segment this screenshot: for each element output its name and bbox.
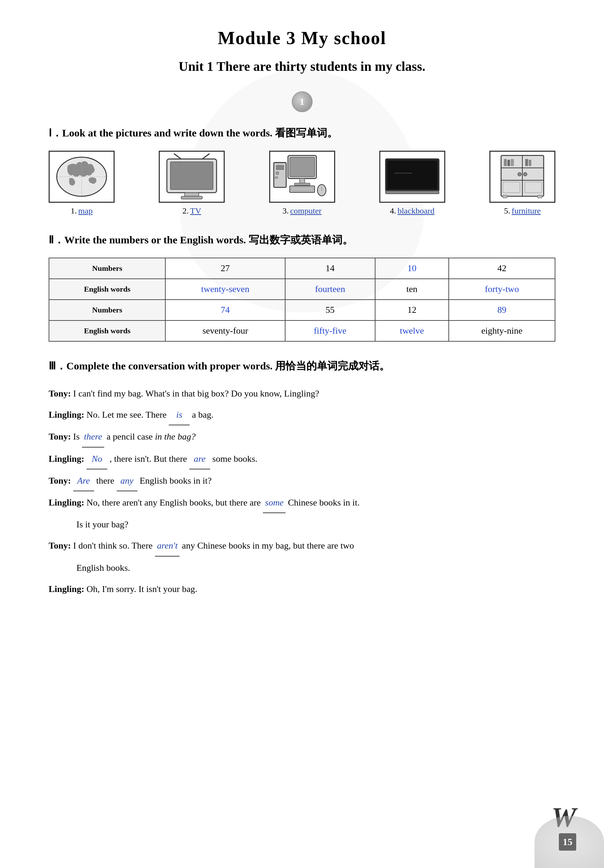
picture-label-4: 4. blackboard <box>390 206 435 215</box>
conv-line-4: Lingling: No , there isn't. But there ar… <box>49 449 555 470</box>
svg-rect-25 <box>387 161 437 189</box>
svg-line-8 <box>202 154 210 159</box>
speaker-lingling-1: Lingling: <box>49 410 84 420</box>
page: Module 3 My school Unit 1 There are thir… <box>0 0 604 868</box>
table-cell-label: English words <box>49 279 165 300</box>
section-iii: Ⅲ．Complete the conversation with proper … <box>49 359 555 599</box>
speaker-lingling-3: Lingling: <box>49 498 84 508</box>
svg-rect-19 <box>275 177 278 178</box>
table-cell: 12 <box>375 300 449 321</box>
picture-item-2: 2. TV <box>159 151 225 215</box>
answer-some: some <box>263 493 286 513</box>
conv-line-9: English books. <box>76 558 555 578</box>
module-title: Module 3 My school <box>49 28 555 48</box>
speaker-lingling-4: Lingling: <box>49 584 84 594</box>
picture-item-4: 4. blackboard <box>379 151 445 215</box>
conv-line-10: Lingling: Oh, I'm sorry. It isn't your b… <box>49 579 555 599</box>
svg-rect-10 <box>181 196 202 199</box>
conv-text: Is <box>73 432 82 442</box>
pictures-row: 1. map <box>49 151 555 215</box>
picture-label-1: 1. map <box>70 206 92 215</box>
answer-no: No <box>87 449 107 470</box>
table-cell: 10 <box>375 258 449 279</box>
svg-point-18 <box>276 172 279 175</box>
picture-label-3: 3. computer <box>283 206 321 215</box>
computer-icon <box>270 152 334 202</box>
svg-rect-17 <box>276 165 283 169</box>
table-cell: twenty-seven <box>165 279 285 300</box>
svg-rect-14 <box>300 178 304 183</box>
svg-rect-21 <box>291 188 313 191</box>
section-number-bubble: 1 <box>292 91 313 112</box>
page-number: 15 <box>559 833 576 851</box>
section-number-container: 1 <box>49 91 555 112</box>
conv-text: there <box>96 476 116 486</box>
conv-text: I can't find my bag. What's in that big … <box>73 389 319 398</box>
table-cell: forty-two <box>449 279 555 300</box>
table-cell: twelve <box>375 321 449 341</box>
speaker-tony-1: Tony: <box>49 389 71 398</box>
answer-map: map <box>78 206 92 215</box>
picture-box-computer <box>269 151 335 203</box>
table-cell: 55 <box>285 300 375 321</box>
speaker-tony-2: Tony: <box>49 432 71 442</box>
answer-tv: TV <box>190 206 201 215</box>
picture-item-3: 3. computer <box>269 151 335 215</box>
blackboard-icon <box>380 152 444 202</box>
speaker-tony-4: Tony: <box>49 541 71 551</box>
table-cell: fourteen <box>285 279 375 300</box>
table-cell-label: Numbers <box>49 258 165 279</box>
answer-is: is <box>169 405 189 425</box>
picture-box-map <box>49 151 115 203</box>
svg-point-32 <box>518 172 521 176</box>
conv-text: English books in it? <box>140 476 211 486</box>
answer-computer: computer <box>290 206 321 215</box>
svg-line-7 <box>174 154 181 159</box>
section-iii-heading: Ⅲ．Complete the conversation with proper … <box>49 359 555 373</box>
furniture-icon <box>491 152 554 202</box>
answer-furniture: furniture <box>512 206 541 215</box>
table-row-2: English words twenty-seven fourteen ten … <box>49 279 555 300</box>
table-row-1: Numbers 27 14 10 42 <box>49 258 555 279</box>
conv-text: Is it your bag? <box>76 519 128 530</box>
table-cell: 14 <box>285 258 375 279</box>
picture-item-5: 5. furniture <box>489 151 555 215</box>
conv-text: No. Let me see. There <box>87 410 169 420</box>
page-content: Module 3 My school Unit 1 There are thir… <box>49 28 555 599</box>
table-cell: 89 <box>449 300 555 321</box>
tv-icon <box>160 152 224 202</box>
picture-label-5: 5. furniture <box>504 206 541 215</box>
answer-there: there <box>82 427 104 447</box>
svg-rect-34 <box>504 159 507 166</box>
conv-text: Oh, I'm sorry. It isn't your bag. <box>87 584 197 594</box>
conv-text: some books. <box>212 454 257 464</box>
section-i-heading: Ⅰ．Look at the pictures and write down th… <box>49 126 555 140</box>
conv-text: Chinese books in it. <box>288 498 360 508</box>
answer-blackboard: blackboard <box>397 206 435 215</box>
numbers-table: Numbers 27 14 10 42 English words twenty… <box>49 257 555 342</box>
svg-rect-38 <box>529 160 531 166</box>
answer-are2: Are <box>73 471 94 491</box>
picture-box-blackboard <box>379 151 445 203</box>
conv-line-5: Tony: Are there any English books in it? <box>49 471 555 491</box>
picture-box-furniture <box>489 151 555 203</box>
svg-rect-35 <box>508 160 510 166</box>
table-row-4: English words seventy-four fifty-five tw… <box>49 321 555 341</box>
answer-any: any <box>117 471 138 491</box>
svg-rect-41 <box>503 195 507 198</box>
svg-rect-9 <box>185 193 199 196</box>
svg-rect-6 <box>171 162 213 189</box>
table-cell-label: Numbers <box>49 300 165 321</box>
conv-line-1: Tony: I can't find my bag. What's in tha… <box>49 384 555 403</box>
table-cell: 27 <box>165 258 285 279</box>
conv-text: any Chinese books in my bag, but there a… <box>182 541 354 551</box>
conversation: Tony: I can't find my bag. What's in tha… <box>49 384 555 599</box>
picture-item-1: 1. map <box>49 151 115 215</box>
speaker-lingling-2: Lingling: <box>49 454 84 464</box>
table-cell: ten <box>375 279 449 300</box>
table-cell: 42 <box>449 258 555 279</box>
answer-arent: aren't <box>155 536 180 556</box>
table-row-3: Numbers 74 55 12 89 <box>49 300 555 321</box>
conv-text: a pencil case <box>107 432 155 442</box>
section-i: Ⅰ．Look at the pictures and write down th… <box>49 126 555 215</box>
